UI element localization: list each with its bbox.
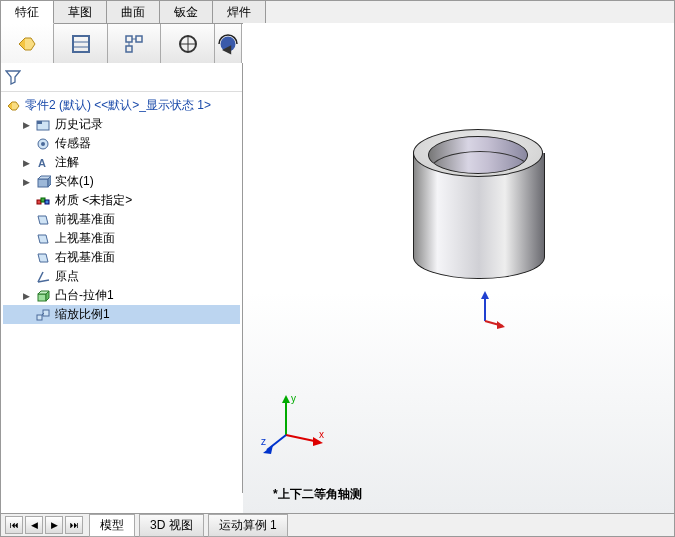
solid-icon xyxy=(35,174,51,190)
scroll-prev-icon[interactable]: ◀ xyxy=(25,516,43,534)
tree-item-label: 传感器 xyxy=(55,135,91,152)
expand-icon: ▶ xyxy=(21,177,31,187)
svg-rect-24 xyxy=(38,179,48,187)
filter-icon[interactable] xyxy=(5,69,21,85)
view-orientation-label: *上下二等角轴测 xyxy=(273,486,362,503)
svg-marker-39 xyxy=(282,395,290,403)
extrude-icon xyxy=(35,288,51,304)
expand-icon: ▶ xyxy=(21,291,31,301)
scroll-next-icon[interactable]: ▶ xyxy=(45,516,63,534)
scale-icon xyxy=(35,307,51,323)
tree-item-label: 前视基准面 xyxy=(55,211,115,228)
material-icon xyxy=(35,193,51,209)
model-cylinder xyxy=(413,153,545,279)
dimxpert-tab[interactable] xyxy=(161,24,214,64)
bottom-tab-motion[interactable]: 运动算例 1 xyxy=(208,514,288,537)
tab-surface[interactable]: 曲面 xyxy=(107,1,160,23)
svg-point-22 xyxy=(41,142,45,146)
feature-manager-tab[interactable] xyxy=(1,24,54,64)
svg-rect-30 xyxy=(38,294,46,301)
tree-item-label: 原点 xyxy=(55,268,79,285)
overflow-tab[interactable]: ◀ xyxy=(215,24,242,64)
folder-icon xyxy=(35,117,51,133)
property-manager-tab[interactable] xyxy=(54,24,107,64)
model-origin-mark xyxy=(475,291,505,334)
svg-marker-35 xyxy=(481,291,489,299)
tree-root-label: 零件2 (默认) <<默认>_显示状态 1> xyxy=(25,97,211,114)
tree-item-label: 注解 xyxy=(55,154,79,171)
ribbon-tabs: 特征 草图 曲面 钣金 焊件 xyxy=(1,1,674,24)
tree-right-plane[interactable]: 右视基准面 xyxy=(3,248,240,267)
triad-y-label: y xyxy=(291,393,296,404)
tab-feature[interactable]: 特征 xyxy=(1,1,54,24)
tree-item-label: 缩放比例1 xyxy=(55,306,110,323)
svg-rect-25 xyxy=(37,200,41,204)
config-manager-tab[interactable] xyxy=(108,24,161,64)
tree-item-label: 材质 <未指定> xyxy=(55,192,132,209)
tree-item-label: 实体(1) xyxy=(55,173,94,190)
bottom-tabbar: ⏮ ◀ ▶ ⏭ 模型 3D 视图 运动算例 1 xyxy=(1,513,674,536)
triad-z-label: z xyxy=(261,436,266,447)
expand-icon: ▶ xyxy=(21,120,31,130)
svg-rect-11 xyxy=(126,46,132,52)
tree-origin[interactable]: 原点 xyxy=(3,267,240,286)
tab-scroll-buttons: ⏮ ◀ ▶ ⏭ xyxy=(5,516,85,534)
sensor-icon xyxy=(35,136,51,152)
tree-item-label: 右视基准面 xyxy=(55,249,115,266)
scroll-last-icon[interactable]: ⏭ xyxy=(65,516,83,534)
tab-sketch[interactable]: 草图 xyxy=(54,1,107,23)
svg-rect-26 xyxy=(41,198,45,202)
tree-item-label: 历史记录 xyxy=(55,116,103,133)
panel-tab-bar: ◀ xyxy=(1,24,242,65)
tab-weldment[interactable]: 焊件 xyxy=(213,1,266,23)
3d-viewport[interactable]: y x z *上下二等角轴测 xyxy=(243,23,674,513)
origin-icon xyxy=(35,269,51,285)
tree-solids[interactable]: ▶实体(1) xyxy=(3,172,240,191)
bottom-tab-3dview[interactable]: 3D 视图 xyxy=(139,514,204,537)
part-icon xyxy=(5,98,21,114)
plane-icon xyxy=(35,250,51,266)
filter-row xyxy=(1,63,242,92)
plane-icon xyxy=(35,212,51,228)
svg-rect-6 xyxy=(73,36,89,52)
annotation-icon: A xyxy=(35,155,51,171)
tree-material[interactable]: 材质 <未指定> xyxy=(3,191,240,210)
view-triad[interactable]: y x z xyxy=(261,390,331,463)
svg-text:A: A xyxy=(38,157,46,169)
tree-history[interactable]: ▶历史记录 xyxy=(3,115,240,134)
svg-marker-37 xyxy=(497,321,505,329)
triad-x-label: x xyxy=(319,429,324,440)
svg-text:◀: ◀ xyxy=(222,42,232,56)
tree-item-label: 凸台-拉伸1 xyxy=(55,287,114,304)
bottom-tab-model[interactable]: 模型 xyxy=(89,514,135,537)
tree-root[interactable]: 零件2 (默认) <<默认>_显示状态 1> xyxy=(3,96,240,115)
tree-scale[interactable]: 缩放比例1 xyxy=(3,305,240,324)
tree-annotations[interactable]: ▶A注解 xyxy=(3,153,240,172)
svg-rect-9 xyxy=(126,36,132,42)
svg-rect-20 xyxy=(37,121,42,124)
svg-rect-27 xyxy=(45,200,49,204)
expand-icon: ▶ xyxy=(21,158,31,168)
feature-tree-panel: 零件2 (默认) <<默认>_显示状态 1> ▶历史记录 传感器 ▶A注解 ▶实… xyxy=(1,63,243,493)
feature-tree: 零件2 (默认) <<默认>_显示状态 1> ▶历史记录 传感器 ▶A注解 ▶实… xyxy=(1,92,242,328)
tree-sensors[interactable]: 传感器 xyxy=(3,134,240,153)
scroll-first-icon[interactable]: ⏮ xyxy=(5,516,23,534)
svg-rect-31 xyxy=(37,315,42,320)
plane-icon xyxy=(35,231,51,247)
tree-front-plane[interactable]: 前视基准面 xyxy=(3,210,240,229)
tree-item-label: 上视基准面 xyxy=(55,230,115,247)
tree-top-plane[interactable]: 上视基准面 xyxy=(3,229,240,248)
tree-extrude[interactable]: ▶凸台-拉伸1 xyxy=(3,286,240,305)
svg-rect-10 xyxy=(136,36,142,42)
tab-sheetmetal[interactable]: 钣金 xyxy=(160,1,213,23)
